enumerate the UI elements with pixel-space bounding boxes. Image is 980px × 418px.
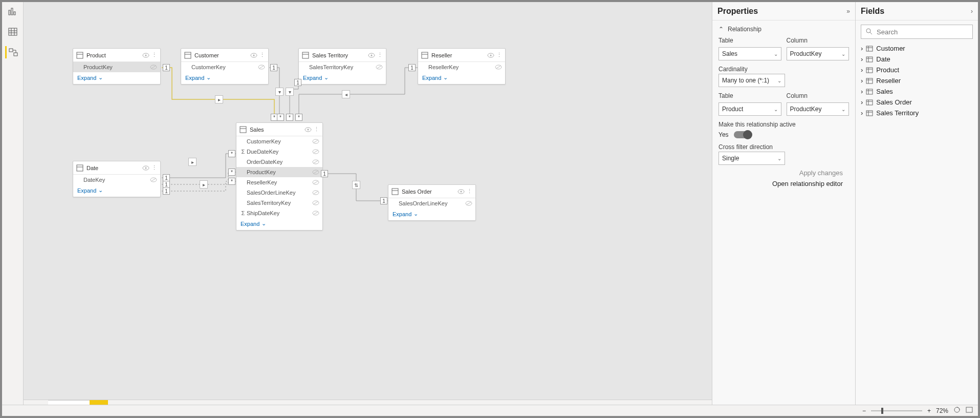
table-card-sales-order[interactable]: Sales Order ⋮ SalesOrderLineKey Expand⌄ [388,184,476,221]
svg-line-67 [466,202,471,205]
column1-select[interactable]: ProductKey⌄ [787,47,850,60]
data-view-button[interactable] [5,26,20,38]
column-row[interactable]: ΣDueDateKey [236,147,322,157]
table-title: Date [86,165,140,171]
crossfilter-select[interactable]: Single⌄ [718,152,785,165]
hidden-icon[interactable] [150,177,157,182]
column-row[interactable]: DateKey [73,175,160,185]
report-view-button[interactable] [5,5,20,17]
model-canvas[interactable]: 1 1 1 1 1 1 1 1 1 * * * * * * * ▸ ▾ ▾ ◂ … [24,2,712,400]
column-row[interactable]: SalesTerritoryKey [299,62,386,72]
table-card-reseller[interactable]: Reseller ⋮ ResellerKey Expand⌄ [418,48,506,85]
apply-changes-link[interactable]: Apply changes [725,169,843,177]
visibility-icon[interactable] [142,53,149,58]
fields-search-box[interactable] [861,25,973,39]
expand-button[interactable]: Expand⌄ [418,72,505,84]
table-card-date[interactable]: Date ⋮ DateKey Expand⌄ [73,161,161,197]
expand-button[interactable]: Expand⌄ [181,72,268,84]
hidden-icon[interactable] [312,200,319,205]
expand-button[interactable]: Expand⌄ [73,72,160,84]
more-options-icon[interactable]: ⋮ [496,52,502,58]
table1-select[interactable]: Sales⌄ [718,47,781,60]
more-options-icon[interactable]: ⋮ [151,164,157,171]
hidden-icon[interactable] [465,201,472,206]
more-options-icon[interactable]: ⋮ [314,126,319,133]
cardinality-one: 1 [163,187,170,195]
expand-button[interactable]: Expand⌄ [388,208,475,220]
zoom-in-button[interactable]: + [927,407,931,414]
table2-select[interactable]: Product⌄ [718,102,781,116]
fields-pane: Fields › ›Customer ›Date ›Product ›Resel… [855,2,978,416]
bar-chart-icon [8,7,17,15]
hidden-icon[interactable] [150,65,157,70]
active-toggle[interactable] [734,131,751,138]
collapse-pane-icon[interactable]: » [846,8,850,15]
table-card-sales[interactable]: Sales ⋮ CustomerKey ΣDueDateKey OrderDat… [236,122,323,231]
column-row[interactable]: SalesTerritoryKey [236,198,322,208]
more-options-icon[interactable]: ⋮ [151,52,157,58]
hidden-icon[interactable] [312,180,319,185]
fields-table-item[interactable]: ›Reseller [861,75,973,86]
hidden-icon[interactable] [312,149,319,154]
hidden-icon[interactable] [312,139,319,144]
model-view-button[interactable] [5,46,20,58]
hidden-icon[interactable] [312,159,319,164]
hidden-icon[interactable] [258,65,265,70]
column-row[interactable]: OrderDateKey [236,157,322,167]
chevron-down-icon: ⌄ [841,51,845,57]
column-row[interactable]: ΣShipDateKey [236,208,322,218]
column-row[interactable]: ResellerKey [418,62,505,72]
hidden-icon[interactable] [312,211,319,216]
cardinality-select[interactable]: Many to one (*:1)⌄ [718,74,785,87]
column-row[interactable]: SalesOrderLineKey [388,198,475,208]
hidden-icon[interactable] [312,190,319,195]
expand-button[interactable]: Expand⌄ [236,218,322,230]
column2-select[interactable]: ProductKey⌄ [787,102,850,116]
svg-line-35 [496,66,501,69]
hidden-icon[interactable] [312,170,319,175]
fields-table-item[interactable]: ›Product [861,65,973,75]
zoom-slider[interactable] [871,410,922,411]
fullscreen-button[interactable] [966,407,973,414]
column-row[interactable]: SalesOrderLineKey [236,187,322,198]
fields-table-item[interactable]: ›Sales Order [861,97,973,108]
svg-rect-2 [14,12,15,15]
column-row[interactable]: CustomerKey [236,136,322,147]
fields-table-item[interactable]: ›Sales Territory [861,108,973,118]
section-toggle-relationship[interactable]: ⌃ Relationship [718,26,849,33]
visibility-icon[interactable] [368,53,375,58]
table-card-product[interactable]: Product ⋮ ProductKey Expand⌄ [73,48,161,85]
fields-table-item[interactable]: ›Date [861,54,973,65]
visibility-icon[interactable] [250,53,257,58]
table-icon [76,52,83,59]
hidden-icon[interactable] [495,65,502,70]
column-row[interactable]: ResellerKey [236,177,322,187]
table-card-sales-territory[interactable]: Sales Territory ⋮ SalesTerritoryKey Expa… [298,48,386,85]
visibility-icon[interactable] [142,165,149,171]
fields-search-input[interactable] [876,28,968,36]
expand-button[interactable]: Expand⌄ [73,185,160,197]
collapse-pane-icon[interactable]: › [971,8,973,15]
column-row[interactable]: ProductKey [73,62,160,72]
visibility-icon[interactable] [304,127,312,132]
hidden-icon[interactable] [376,65,383,70]
more-options-icon[interactable]: ⋮ [259,52,265,58]
fields-table-item[interactable]: ›Customer [861,43,973,54]
more-options-icon[interactable]: ⋮ [377,52,383,58]
visibility-icon[interactable] [458,189,465,194]
table-card-customer[interactable]: Customer ⋮ CustomerKey Expand⌄ [181,48,269,85]
table-label: Table [718,92,781,99]
open-editor-link[interactable]: Open relationship editor [725,180,843,187]
fields-table-item[interactable]: ›Sales [861,86,973,97]
expand-button[interactable]: Expand⌄ [299,72,386,84]
column-row[interactable]: CustomerKey [181,62,268,72]
fit-to-page-button[interactable] [953,406,961,415]
zoom-out-button[interactable]: − [862,407,866,414]
visibility-icon[interactable] [487,53,494,58]
table-title: Sales Order [402,189,455,195]
table-icon [866,56,873,62]
more-options-icon[interactable]: ⋮ [467,188,472,195]
table-title: Sales Territory [312,52,366,58]
svg-line-49 [313,150,318,153]
column-row[interactable]: ProductKey [236,167,322,177]
